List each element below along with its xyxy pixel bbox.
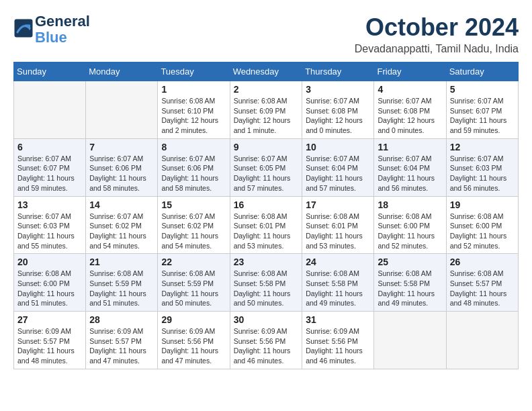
calendar-cell: 15Sunrise: 6:07 AMSunset: 6:02 PMDayligh… [158, 196, 230, 254]
calendar-cell: 19Sunrise: 6:08 AMSunset: 6:00 PMDayligh… [446, 196, 518, 254]
day-info: Sunrise: 6:09 AMSunset: 5:56 PMDaylight:… [306, 326, 370, 366]
day-info: Sunrise: 6:08 AMSunset: 5:59 PMDaylight:… [161, 269, 226, 308]
day-number: 26 [450, 257, 515, 267]
calendar-cell: 18Sunrise: 6:08 AMSunset: 6:00 PMDayligh… [374, 196, 446, 254]
day-number: 12 [450, 142, 515, 152]
weekday-header: Sunday [14, 62, 86, 81]
day-info: Sunrise: 6:07 AMSunset: 6:07 PMDaylight:… [17, 154, 82, 193]
day-number: 17 [306, 199, 370, 210]
calendar-cell [374, 312, 446, 369]
day-info: Sunrise: 6:08 AMSunset: 5:58 PMDaylight:… [234, 269, 299, 308]
day-info: Sunrise: 6:07 AMSunset: 6:03 PMDaylight:… [17, 212, 82, 251]
day-number: 1 [161, 84, 226, 95]
day-number: 8 [161, 142, 226, 152]
calendar-cell: 17Sunrise: 6:08 AMSunset: 6:01 PMDayligh… [302, 196, 374, 254]
calendar-cell: 9Sunrise: 6:07 AMSunset: 6:05 PMDaylight… [230, 138, 302, 196]
calendar-cell: 22Sunrise: 6:08 AMSunset: 5:59 PMDayligh… [158, 254, 230, 312]
day-info: Sunrise: 6:08 AMSunset: 5:58 PMDaylight:… [306, 269, 370, 308]
day-number: 21 [89, 257, 154, 267]
day-info: Sunrise: 6:08 AMSunset: 6:09 PMDaylight:… [234, 96, 299, 136]
calendar-cell: 8Sunrise: 6:07 AMSunset: 6:06 PMDaylight… [158, 138, 230, 196]
day-number: 10 [306, 142, 370, 152]
calendar-cell: 10Sunrise: 6:07 AMSunset: 6:04 PMDayligh… [302, 138, 374, 196]
day-number: 25 [378, 257, 442, 267]
calendar-cell: 7Sunrise: 6:07 AMSunset: 6:06 PMDaylight… [86, 138, 158, 196]
calendar-cell: 6Sunrise: 6:07 AMSunset: 6:07 PMDaylight… [14, 138, 86, 196]
day-info: Sunrise: 6:08 AMSunset: 6:00 PMDaylight:… [450, 212, 515, 251]
day-info: Sunrise: 6:07 AMSunset: 6:08 PMDaylight:… [306, 96, 370, 136]
calendar-week-row: 6Sunrise: 6:07 AMSunset: 6:07 PMDaylight… [14, 138, 519, 196]
day-number: 13 [17, 199, 82, 210]
day-number: 24 [306, 257, 370, 267]
calendar-cell: 13Sunrise: 6:07 AMSunset: 6:03 PMDayligh… [14, 196, 86, 254]
calendar-table: SundayMondayTuesdayWednesdayThursdayFrid… [13, 62, 519, 369]
calendar-cell: 21Sunrise: 6:08 AMSunset: 5:59 PMDayligh… [86, 254, 158, 312]
location-subtitle: Devadanappatti, Tamil Nadu, India [355, 43, 519, 55]
day-number: 15 [161, 199, 226, 210]
weekday-header: Friday [374, 62, 446, 81]
day-number: 19 [450, 199, 515, 210]
day-number: 7 [89, 142, 154, 152]
day-number: 6 [17, 142, 82, 152]
day-info: Sunrise: 6:08 AMSunset: 6:01 PMDaylight:… [234, 212, 299, 251]
day-info: Sunrise: 6:07 AMSunset: 6:08 PMDaylight:… [378, 96, 442, 136]
calendar-cell: 27Sunrise: 6:09 AMSunset: 5:57 PMDayligh… [14, 312, 86, 369]
day-info: Sunrise: 6:07 AMSunset: 6:02 PMDaylight:… [89, 212, 154, 251]
calendar-header-row: SundayMondayTuesdayWednesdayThursdayFrid… [14, 62, 519, 81]
calendar-cell: 25Sunrise: 6:08 AMSunset: 5:58 PMDayligh… [374, 254, 446, 312]
calendar-cell: 5Sunrise: 6:07 AMSunset: 6:07 PMDaylight… [446, 81, 518, 139]
calendar-week-row: 13Sunrise: 6:07 AMSunset: 6:03 PMDayligh… [14, 196, 519, 254]
page-header: GeneralBlue October 2024 Devadanappatti,… [13, 13, 519, 55]
day-info: Sunrise: 6:07 AMSunset: 6:06 PMDaylight:… [89, 154, 154, 193]
day-info: Sunrise: 6:07 AMSunset: 6:04 PMDaylight:… [306, 154, 370, 193]
calendar-cell: 16Sunrise: 6:08 AMSunset: 6:01 PMDayligh… [230, 196, 302, 254]
day-info: Sunrise: 6:09 AMSunset: 5:57 PMDaylight:… [89, 326, 154, 366]
title-section: October 2024 Devadanappatti, Tamil Nadu,… [355, 13, 519, 55]
calendar-cell [446, 312, 518, 369]
day-info: Sunrise: 6:07 AMSunset: 6:05 PMDaylight:… [234, 154, 299, 193]
calendar-cell: 28Sunrise: 6:09 AMSunset: 5:57 PMDayligh… [86, 312, 158, 369]
day-number: 30 [234, 314, 299, 325]
day-info: Sunrise: 6:08 AMSunset: 5:58 PMDaylight:… [378, 269, 442, 308]
weekday-header: Monday [86, 62, 158, 81]
calendar-cell: 3Sunrise: 6:07 AMSunset: 6:08 PMDaylight… [302, 81, 374, 139]
day-info: Sunrise: 6:07 AMSunset: 6:02 PMDaylight:… [161, 212, 226, 251]
day-info: Sunrise: 6:07 AMSunset: 6:04 PMDaylight:… [378, 154, 442, 193]
day-number: 31 [306, 314, 370, 325]
day-info: Sunrise: 6:08 AMSunset: 6:00 PMDaylight:… [17, 269, 82, 308]
day-number: 3 [306, 84, 370, 95]
day-number: 28 [89, 314, 154, 325]
calendar-cell: 12Sunrise: 6:07 AMSunset: 6:03 PMDayligh… [446, 138, 518, 196]
month-title: October 2024 [355, 13, 519, 42]
calendar-cell [14, 81, 86, 139]
calendar-cell: 23Sunrise: 6:08 AMSunset: 5:58 PMDayligh… [230, 254, 302, 312]
calendar-cell: 2Sunrise: 6:08 AMSunset: 6:09 PMDaylight… [230, 81, 302, 139]
calendar-cell: 1Sunrise: 6:08 AMSunset: 6:10 PMDaylight… [158, 81, 230, 139]
day-info: Sunrise: 6:09 AMSunset: 5:56 PMDaylight:… [234, 326, 299, 366]
logo-icon [13, 18, 34, 38]
weekday-header: Saturday [446, 62, 518, 81]
weekday-header: Wednesday [230, 62, 302, 81]
day-number: 4 [378, 84, 442, 95]
calendar-cell: 29Sunrise: 6:09 AMSunset: 5:56 PMDayligh… [158, 312, 230, 369]
calendar-cell: 4Sunrise: 6:07 AMSunset: 6:08 PMDaylight… [374, 81, 446, 139]
day-number: 20 [17, 257, 82, 267]
day-info: Sunrise: 6:07 AMSunset: 6:07 PMDaylight:… [450, 96, 515, 136]
calendar-cell: 14Sunrise: 6:07 AMSunset: 6:02 PMDayligh… [86, 196, 158, 254]
day-info: Sunrise: 6:07 AMSunset: 6:06 PMDaylight:… [161, 154, 226, 193]
weekday-header: Thursday [302, 62, 374, 81]
calendar-cell [86, 81, 158, 139]
calendar-cell: 11Sunrise: 6:07 AMSunset: 6:04 PMDayligh… [374, 138, 446, 196]
day-number: 2 [234, 84, 299, 95]
calendar-cell: 31Sunrise: 6:09 AMSunset: 5:56 PMDayligh… [302, 312, 374, 369]
day-number: 11 [378, 142, 442, 152]
day-number: 29 [161, 314, 226, 325]
day-number: 18 [378, 199, 442, 210]
day-number: 14 [89, 199, 154, 210]
calendar-week-row: 1Sunrise: 6:08 AMSunset: 6:10 PMDaylight… [14, 81, 519, 139]
day-number: 27 [17, 314, 82, 325]
day-info: Sunrise: 6:09 AMSunset: 5:57 PMDaylight:… [17, 326, 82, 366]
calendar-cell: 30Sunrise: 6:09 AMSunset: 5:56 PMDayligh… [230, 312, 302, 369]
logo-text: GeneralBlue [35, 13, 90, 46]
day-info: Sunrise: 6:08 AMSunset: 6:01 PMDaylight:… [306, 212, 370, 251]
